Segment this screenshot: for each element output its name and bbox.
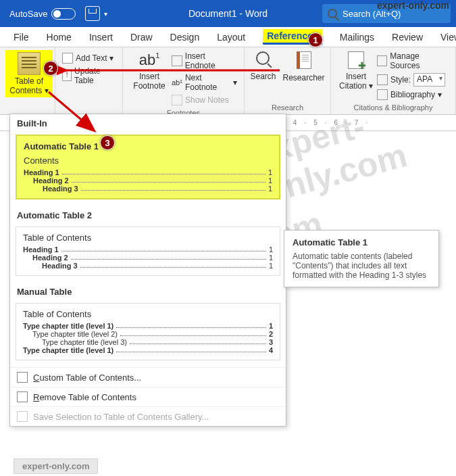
tab-view[interactable]: View <box>440 32 456 43</box>
callout-3: 3 <box>100 135 115 150</box>
custom-toc-icon <box>17 372 28 383</box>
save-selection-menu-item: Save Selection to Table of Contents Gall… <box>10 406 286 426</box>
gallery-item-auto-table-2[interactable]: Table of Contents Heading 11 Heading 21 … <box>16 227 280 276</box>
gallery-item-auto-table-2-title: Automatic Table 2 <box>10 206 286 224</box>
style-dropdown[interactable]: APA <box>413 73 445 87</box>
callout-2: 2 <box>43 61 58 76</box>
remove-toc-icon <box>17 391 28 402</box>
custom-toc-menu-item[interactable]: Custom Table of Contents... <box>10 367 286 387</box>
tab-design[interactable]: Design <box>170 32 200 43</box>
next-footnote-icon: ab¹ <box>172 78 182 87</box>
gallery-item-auto-table-1[interactable]: Automatic Table 1 Contents Heading 11 He… <box>16 135 280 199</box>
tooltip-auto-table-1: Automatic Table 1 Automatic table conten… <box>284 230 439 287</box>
tab-file[interactable]: File <box>14 32 29 43</box>
researcher-button[interactable]: Researcher <box>282 50 326 84</box>
arrow-1-to-2 <box>57 64 286 77</box>
toc-icon <box>18 52 41 75</box>
book-icon <box>297 51 311 69</box>
add-text-icon <box>62 53 73 64</box>
show-notes-icon <box>172 95 182 105</box>
search-icon <box>328 9 337 18</box>
toggle-off-icon[interactable] <box>51 8 76 20</box>
show-notes-button[interactable]: Show Notes <box>170 93 238 107</box>
qat-chevron-icon[interactable]: ▾ <box>104 10 107 18</box>
citations-group-label: Citations & Bibliography <box>336 101 450 112</box>
svg-line-1 <box>49 92 93 130</box>
gallery-item-manual-table[interactable]: Table of Contents Type chapter title (le… <box>16 303 280 360</box>
watermark-bottom: expert-only.com <box>14 458 98 474</box>
save-icon[interactable] <box>85 6 100 21</box>
tab-review[interactable]: Review <box>392 32 423 43</box>
tab-home[interactable]: Home <box>47 32 72 43</box>
tab-insert[interactable]: Insert <box>89 32 113 43</box>
research-group-label: Research <box>250 101 325 112</box>
manage-sources-icon <box>377 55 387 66</box>
add-text-button[interactable]: Add Text ▾ <box>61 51 117 65</box>
gallery-item-manual-title: Manual Table <box>10 283 286 301</box>
autosave-toggle[interactable]: AutoSave <box>9 8 76 20</box>
magnify-icon <box>256 51 270 65</box>
manage-sources-button[interactable]: Manage Sources <box>376 50 450 72</box>
citation-icon: ✚ <box>348 51 364 69</box>
style-icon <box>377 74 388 85</box>
biblio-icon <box>377 89 388 100</box>
tab-layout[interactable]: Layout <box>217 32 245 43</box>
ribbon-tabs: File Home Insert Draw Design Layout Refe… <box>0 27 456 47</box>
arrow-2-to-3 <box>38 88 105 138</box>
tab-draw[interactable]: Draw <box>130 32 153 43</box>
insert-footnote-button[interactable]: ab1 InsertFootnote <box>128 50 170 107</box>
document-title: Document1 - Word <box>188 8 268 19</box>
watermark-top: expert-only.com <box>377 0 449 11</box>
toc-gallery-dropdown: Built-In Automatic Table 1 Contents Head… <box>9 114 286 427</box>
style-select[interactable]: Style: APA <box>376 72 450 88</box>
insert-citation-button[interactable]: ✚ Insert Citation ▾ <box>336 50 376 101</box>
remove-toc-menu-item[interactable]: Remove Table of Contents <box>10 387 286 406</box>
save-selection-icon <box>17 411 28 422</box>
bibliography-button[interactable]: Bibliography ▾ <box>376 88 450 101</box>
callout-1: 1 <box>308 32 323 47</box>
tab-mailings[interactable]: Mailings <box>340 32 374 43</box>
